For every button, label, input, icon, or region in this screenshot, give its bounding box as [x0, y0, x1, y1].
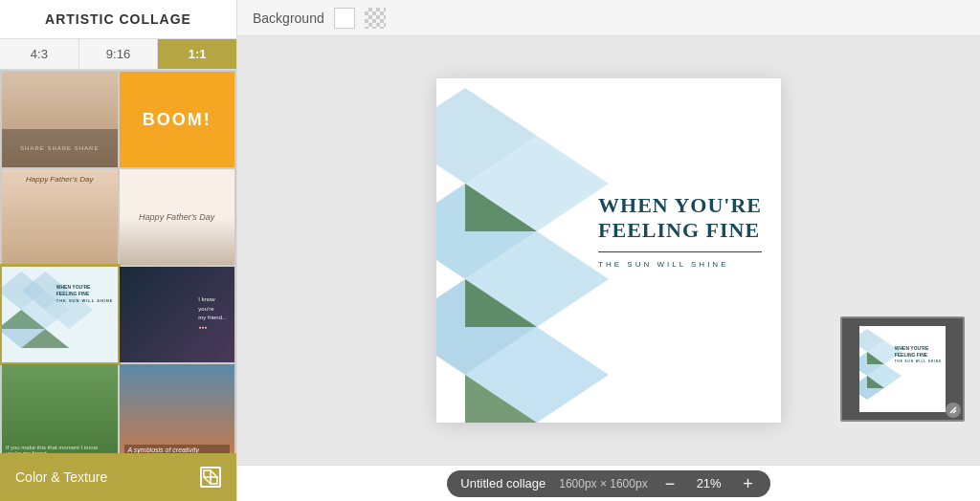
canvas-text-block: WHEN YOU'RE FEELING FINE THE SUN WILL SH… [598, 193, 762, 269]
app-title: ARTISTIC COLLAGE [0, 0, 236, 39]
collage-dimensions: 1600px × 1600px [559, 477, 647, 490]
ratio-tab-1-1[interactable]: 1:1 [158, 39, 236, 69]
collage-info-pill: Untitled collage 1600px × 1600px − 21% + [447, 470, 769, 497]
zoom-out-button[interactable]: − [661, 475, 679, 492]
template-item-3[interactable]: Happy Father's Day [2, 169, 118, 265]
svg-line-10 [204, 477, 211, 484]
svg-rect-7 [204, 470, 211, 477]
template-item-8[interactable]: A symbiosis of creativity [120, 364, 235, 453]
color-texture-icon [200, 467, 221, 488]
mini-resize-handle[interactable] [946, 403, 961, 418]
template-item-7[interactable]: If you make this that moment I know you'… [2, 364, 118, 453]
template-item-1[interactable]: SHARE SHARE SHARE [2, 72, 118, 167]
color-texture-button[interactable]: Color & Texture [0, 453, 236, 501]
mini-canvas-text: WHEN YOU'REFEELING FINETHE SUN WILL SHIN… [895, 345, 942, 364]
canvas-title-line1: WHEN YOU'RE [598, 193, 762, 218]
canvas-title-line2: FEELING FINE [598, 218, 762, 243]
mini-canvas: WHEN YOU'REFEELING FINETHE SUN WILL SHIN… [859, 326, 946, 412]
template-item-2[interactable]: BOOM! [120, 72, 235, 167]
zoom-level: 21% [692, 476, 725, 490]
outdoor-green-text: If you make this that moment I know you'… [6, 445, 114, 453]
color-texture-label: Color & Texture [15, 469, 107, 485]
zoom-in-button[interactable]: + [739, 475, 757, 492]
boom-label: BOOM! [143, 110, 212, 130]
ratio-tab-group: 4:3 9:16 1:1 [0, 39, 236, 70]
background-label: Background [253, 11, 324, 26]
canvas-divider [598, 251, 762, 252]
ratio-tab-4-3[interactable]: 4:3 [0, 39, 79, 69]
sidebar: ARTISTIC COLLAGE 4:3 9:16 1:1 SHARE SHAR… [0, 0, 237, 501]
mini-preview-panel: WHEN YOU'REFEELING FINETHE SUN WILL SHIN… [840, 316, 965, 422]
template-item-5-selected[interactable]: WHEN YOU'REFEELING FINETHE SUN WILL SHIN… [2, 267, 118, 362]
white-background-button[interactable] [334, 8, 355, 29]
transparent-background-button[interactable] [365, 8, 386, 29]
main-area: Background [237, 0, 980, 501]
top-bar: Background [237, 0, 980, 36]
canvas-area[interactable]: WHEN YOU'RE FEELING FINE THE SUN WILL SH… [237, 36, 980, 465]
canvas-subtitle: THE SUN WILL SHINE [598, 260, 762, 269]
svg-line-9 [211, 470, 217, 477]
collage-name: Untitled collage [460, 476, 546, 490]
fathers-day-label: Happy Father's Day [139, 212, 214, 222]
template-grid: SHARE SHARE SHARE BOOM! Happy Father's D… [0, 70, 236, 453]
template-item-6[interactable]: I knowyou'remy friend...●●● [120, 267, 235, 362]
ratio-tab-9-16[interactable]: 9:16 [79, 39, 159, 69]
template-item-4[interactable]: Happy Father's Day [120, 169, 235, 265]
canvas-wrapper: WHEN YOU'RE FEELING FINE THE SUN WILL SH… [436, 78, 781, 423]
svg-rect-8 [211, 477, 217, 484]
bottom-bar: Untitled collage 1600px × 1600px − 21% + [237, 465, 980, 501]
